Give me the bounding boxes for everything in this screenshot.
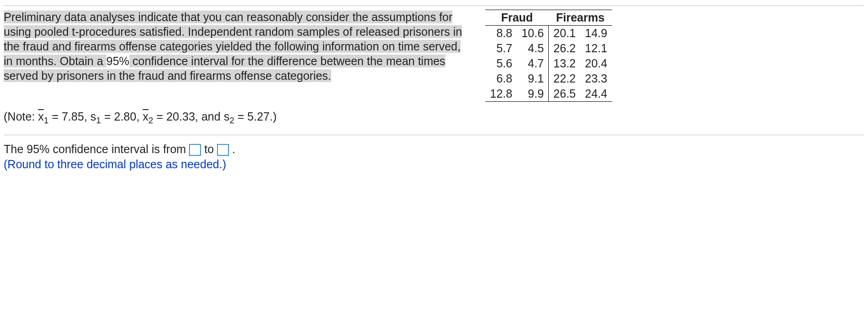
rounding-hint: (Round to three decimal places as needed… <box>4 157 864 171</box>
cell: 4.7 <box>517 56 549 71</box>
sep: , <box>84 110 90 123</box>
s1-value: 2.80 <box>114 110 136 123</box>
cell: 26.5 <box>549 86 580 102</box>
xbar2-symbol: x <box>143 110 149 123</box>
answer-mid: to <box>204 143 217 155</box>
cell: 6.8 <box>485 71 517 86</box>
cell: 5.7 <box>485 41 517 56</box>
cell: 24.4 <box>580 86 612 102</box>
question-area: Preliminary data analyses indicate that … <box>4 6 864 105</box>
table-header-fraud: Fraud <box>485 10 549 26</box>
table-row: 5.7 4.5 26.2 12.1 <box>485 41 612 56</box>
cell: 14.9 <box>580 26 612 41</box>
ci-upper-input[interactable] <box>217 144 229 156</box>
sep: , <box>136 110 143 123</box>
xbar2-sub: 2 <box>149 116 153 125</box>
cell: 22.2 <box>549 71 580 86</box>
table-row: 8.8 10.6 20.1 14.9 <box>485 26 612 41</box>
eq: = <box>52 110 62 123</box>
cell: 5.6 <box>485 56 517 71</box>
answer-prefix: The 95% confidence interval is from <box>4 143 189 155</box>
cell: 9.1 <box>517 71 549 86</box>
question-paragraph: Preliminary data analyses indicate that … <box>4 10 462 83</box>
table-row: 5.6 4.7 13.2 20.4 <box>485 56 612 71</box>
note-suffix: .) <box>270 110 277 123</box>
cell: 8.8 <box>485 26 517 41</box>
answer-suffix: . <box>232 143 235 155</box>
table-header-firearms: Firearms <box>549 10 612 26</box>
s2-sub: 2 <box>229 116 234 125</box>
cell: 4.5 <box>517 41 549 56</box>
eq: = <box>238 110 248 123</box>
sep-and: , and <box>195 110 224 123</box>
ci-lower-input[interactable] <box>189 144 201 156</box>
cell: 20.1 <box>549 26 580 41</box>
xbar1-symbol: x <box>38 110 44 123</box>
cell: 20.4 <box>580 56 612 71</box>
table-row: 6.8 9.1 22.2 23.3 <box>485 71 612 86</box>
xbar1-sub: 1 <box>44 116 49 125</box>
cell: 12.1 <box>580 41 612 56</box>
answer-line: The 95% confidence interval is from to . <box>4 141 864 157</box>
eq: = <box>156 110 167 123</box>
s1-symbol: s <box>90 110 96 123</box>
statistics-note: (Note: x1 = 7.85, s1 = 2.80, x2 = 20.33,… <box>4 105 864 133</box>
cell: 13.2 <box>549 56 580 71</box>
xbar1-value: 7.85 <box>61 110 84 123</box>
section-divider <box>4 135 864 135</box>
note-prefix: (Note: <box>4 110 38 123</box>
s1-sub: 1 <box>96 116 101 125</box>
xbar2-value: 20.33 <box>167 110 195 123</box>
s2-symbol: s <box>224 110 230 123</box>
cell: 12.8 <box>485 86 517 102</box>
question-text-nohl: 95% <box>106 55 129 67</box>
data-table: Fraud Firearms 8.8 10.6 20.1 14.9 5.7 4.… <box>485 10 641 102</box>
cell: 9.9 <box>517 86 549 102</box>
cell: 23.3 <box>580 71 612 86</box>
s2-value: 5.27 <box>247 110 270 123</box>
eq: = <box>104 110 114 123</box>
cell: 26.2 <box>549 41 580 56</box>
cell: 10.6 <box>517 26 549 41</box>
table-row: 12.8 9.9 26.5 24.4 <box>485 86 612 102</box>
